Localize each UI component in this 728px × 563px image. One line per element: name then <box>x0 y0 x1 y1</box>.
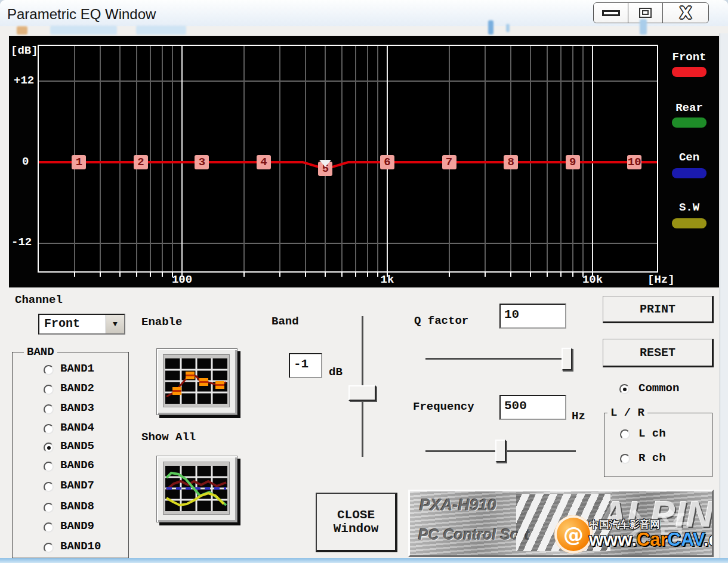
x-tickmark <box>485 273 486 277</box>
channel-select-arrow-button[interactable]: ▼ <box>106 315 124 333</box>
restore-icon <box>639 8 652 18</box>
x-tickmark <box>355 273 356 277</box>
x-tickmark <box>136 273 137 277</box>
x-tickmark <box>530 273 531 277</box>
radio-circle <box>44 522 54 533</box>
selected-band-indicator <box>319 160 331 167</box>
legend-swatch <box>672 168 707 178</box>
frequency-label: Frequency <box>413 400 474 413</box>
x-tickmark <box>377 273 378 277</box>
background-artifact <box>488 20 493 35</box>
legend-swatch <box>672 67 707 77</box>
close-window-button[interactable]: X <box>662 3 708 23</box>
enable-label: Enable <box>141 315 182 329</box>
frequency-input[interactable]: 500 <box>499 395 566 420</box>
banner-model: PXA-H910 <box>419 496 496 515</box>
radio-label: BAND1 <box>60 362 94 375</box>
band-marker-10[interactable]: 10 <box>627 155 641 169</box>
legend-label: S.W <box>679 201 699 214</box>
band-marker-6[interactable]: 6 <box>380 155 394 169</box>
band-gain-slider-handle[interactable] <box>348 385 376 401</box>
radio-circle <box>44 543 54 553</box>
x-tickmark <box>119 273 121 277</box>
x-tickmark <box>592 273 593 277</box>
common-radio-circle <box>619 384 630 394</box>
minimize-button[interactable] <box>594 3 628 23</box>
close-eq-window-button[interactable]: CLOSE Window <box>316 493 397 552</box>
alpine-banner: PXA-H910 PC Control Soft ALPINE 之音 @ 中国汽… <box>408 490 714 557</box>
band-gain-label: Band <box>272 315 299 328</box>
banner-subtitle: PC Control Soft <box>418 526 529 543</box>
x-tickmark <box>74 273 75 277</box>
q-factor-label: Q factor <box>414 314 468 327</box>
print-button[interactable]: PRINT <box>603 296 714 323</box>
parametric-eq-window: Parametric EQ Window X [dB] +12 0 -12 12… <box>0 0 728 563</box>
l-ch-radio-label: L ch <box>638 427 666 440</box>
l-ch-radio-circle <box>620 429 630 440</box>
legend-label: Front <box>672 51 706 64</box>
background-artifact <box>640 19 647 35</box>
eq-graph-panel: [dB] +12 0 -12 12345678910 100 1k 10k [H… <box>9 36 719 287</box>
band-marker-4[interactable]: 4 <box>257 155 271 169</box>
legend-swatch <box>672 117 707 128</box>
lr-groupbox <box>604 413 712 477</box>
radio-circle <box>44 443 54 453</box>
background-artifact <box>17 26 27 35</box>
radio-circle <box>44 404 54 414</box>
background-artifact <box>136 26 186 35</box>
band-marker-1[interactable]: 1 <box>72 155 86 169</box>
y-tick-zero: 0 <box>22 155 29 168</box>
reset-button[interactable]: RESET <box>603 339 714 367</box>
radio-label: BAND5 <box>60 440 94 453</box>
y-tick-minus12: -12 <box>11 236 32 249</box>
channel-select[interactable]: Front ▼ <box>38 314 125 335</box>
q-factor-slider-handle[interactable] <box>562 348 572 370</box>
show-all-button[interactable] <box>156 456 237 522</box>
enable-eq-icon <box>163 354 230 407</box>
q-factor-input[interactable]: 10 <box>499 304 566 329</box>
radio-label: BAND9 <box>60 519 94 533</box>
radio-circle <box>44 365 54 375</box>
band-marker-8[interactable]: 8 <box>504 155 518 169</box>
x-tickmark <box>560 273 562 277</box>
radio-circle <box>44 385 54 395</box>
legend-swatch <box>672 218 707 228</box>
window-bottom-edge <box>0 558 728 563</box>
channel-select-value: Front <box>39 315 106 333</box>
frequency-slider-handle[interactable] <box>495 440 506 462</box>
radio-circle <box>44 424 54 434</box>
enable-button[interactable] <box>156 348 237 415</box>
band-marker-9[interactable]: 9 <box>566 155 580 169</box>
x-tickmark <box>387 273 388 277</box>
watermark-url: www.CarCAV.com <box>589 529 714 550</box>
q-factor-slider-track[interactable] <box>425 358 565 360</box>
close-button-line2: Window <box>334 522 379 536</box>
x-tickmark <box>367 273 368 277</box>
radio-label: BAND2 <box>60 382 94 395</box>
background-artifact <box>506 24 510 32</box>
x-tickmark <box>100 273 101 277</box>
x-tickmark <box>181 273 183 277</box>
x-tickmark <box>162 273 163 277</box>
background-artifact <box>50 26 117 35</box>
legend-label: Cen <box>679 151 699 164</box>
radio-circle <box>44 503 54 513</box>
common-radio-label: Common <box>638 382 679 395</box>
y-tick-plus12: +12 <box>14 74 34 87</box>
frequency-unit-label: Hz <box>572 410 585 423</box>
legend-label: Rear <box>675 101 703 115</box>
x-tickmark <box>449 273 450 277</box>
x-tickmark <box>547 273 548 277</box>
band-marker-7[interactable]: 7 <box>442 155 456 169</box>
eq-plot-area[interactable]: 12345678910 <box>38 45 658 273</box>
close-button-line1: CLOSE <box>337 508 375 522</box>
close-icon: X <box>680 5 692 21</box>
band-marker-2[interactable]: 2 <box>134 155 148 169</box>
band-gain-unit-label: dB <box>329 366 343 379</box>
band-marker-3[interactable]: 3 <box>195 155 209 169</box>
band-gain-input[interactable]: -1 <box>289 353 322 378</box>
channel-label: Channel <box>15 293 63 307</box>
radio-label: BAND3 <box>60 401 94 414</box>
r-ch-radio-circle <box>620 454 630 464</box>
radio-label: BAND10 <box>60 540 101 553</box>
